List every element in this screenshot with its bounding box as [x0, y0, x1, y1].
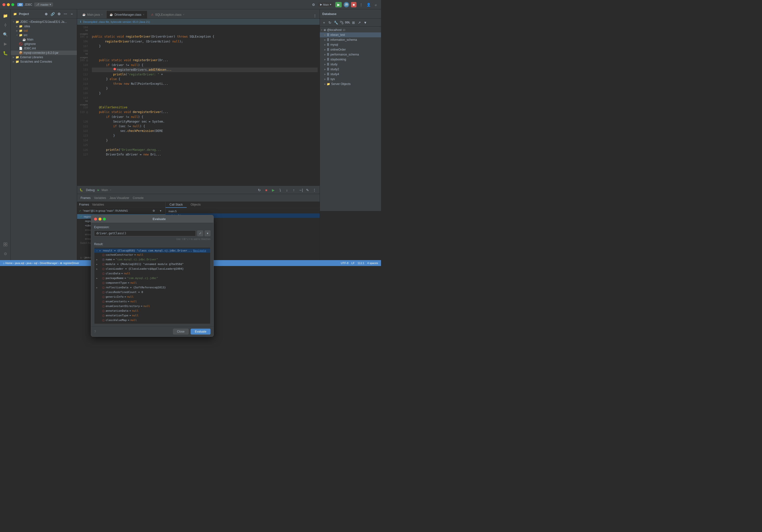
dialog-close-traffic[interactable]	[94, 218, 97, 221]
db-ddl-icon[interactable]: DDL	[345, 20, 350, 25]
expression-input[interactable]	[94, 230, 196, 236]
tab-close-icon[interactable]: ×	[101, 13, 103, 16]
tab-close-icon[interactable]: ×	[183, 13, 185, 16]
main-tab[interactable]: ▶ Main ×	[98, 189, 111, 192]
gear-icon[interactable]: ⚙	[56, 11, 62, 17]
tree-item-external-libs[interactable]: ▶ 📁 External Libraries	[11, 55, 77, 59]
db-item-sys[interactable]: ▶ 🗄 sys	[320, 77, 381, 82]
db-item-onlineorder[interactable]: ▶ 🗄 onlineOrder	[320, 47, 381, 52]
db-item-localhost[interactable]: ▾ 🖥 @localhost 10	[320, 28, 381, 33]
run-button[interactable]: ▶	[335, 2, 342, 7]
user-icon[interactable]: 👤	[366, 2, 371, 7]
objects-tab[interactable]: Objects	[187, 202, 205, 208]
activity-debug-icon[interactable]: 🐛	[1, 49, 10, 57]
step-into-icon[interactable]: ↓	[284, 188, 290, 193]
db-add-icon[interactable]: +	[321, 20, 327, 25]
debug-tab-debug[interactable]: Debug	[85, 189, 96, 192]
maximize-window-btn[interactable]	[11, 3, 14, 6]
history-btn[interactable]: ▾	[205, 230, 210, 236]
result-item-2[interactable]: ▶ ⓕ name = "com.mysql.cj.jdbc.Driver"	[94, 258, 210, 262]
db-schema-icon[interactable]	[339, 20, 344, 25]
evaluate-icon[interactable]: ✎	[305, 188, 310, 193]
db-refresh-icon[interactable]: ↻	[327, 20, 333, 25]
tree-item-gitignore[interactable]: 🚫 .gitignore	[11, 42, 77, 46]
status-indent[interactable]: 4 spaces	[367, 262, 378, 265]
result-tree[interactable]: ▾ ∞ result = {Class@958} "class com.mysq…	[94, 247, 210, 266]
evaluate-dialog[interactable]: Evaluate Expression: ⤢ ▾ Use ⇧⌘⌥= to add…	[91, 215, 214, 266]
dialog-min-traffic[interactable]	[99, 218, 102, 221]
db-item-ebean[interactable]: ▶ 🗄 ebean_test	[320, 33, 381, 37]
tab-close-icon[interactable]: ×	[143, 13, 144, 16]
callstack-item-0[interactable]: main:5	[166, 209, 320, 213]
db-item-study[interactable]: ▶ 🗄 study	[320, 62, 381, 67]
branch-selector[interactable]: ⎇ master ▾	[34, 2, 53, 7]
frames-header-frames[interactable]: Frames	[79, 203, 89, 206]
tab-main-java[interactable]: ☕ Main.java ×	[79, 11, 106, 19]
tree-item-out[interactable]: ▶ 📁 out	[11, 29, 77, 33]
tree-item-mysql-jar[interactable]: 📦 mysql-connector-j-8.2.0.jar	[11, 50, 77, 55]
tree-item-root[interactable]: ▾ 📁 JDBC ~/Desktop/CS/JavaEE/1 Ja...	[11, 20, 77, 24]
frames-header-variables[interactable]: Variables	[92, 203, 104, 206]
more-debug-icon[interactable]: ⋮	[312, 188, 317, 193]
activity-search-icon[interactable]: 🔍	[1, 30, 10, 39]
callstack-tab[interactable]: Call Stack	[166, 202, 187, 208]
close-window-btn[interactable]	[2, 3, 5, 6]
minimize-window-btn[interactable]	[7, 3, 10, 6]
step-over-icon[interactable]: ⤵	[277, 188, 283, 193]
more-tabs-icon[interactable]: ⋮	[312, 13, 318, 19]
result-item-1[interactable]: ⓘ cachedConstructor = null	[94, 253, 210, 258]
tree-item-src[interactable]: ▾ 📁 src	[11, 33, 77, 37]
resume-icon[interactable]: ▶	[270, 188, 276, 193]
console-tab[interactable]: Console	[132, 196, 144, 200]
frames-tab[interactable]: Frames	[80, 196, 92, 200]
more-actions-icon[interactable]: ⋮	[358, 2, 364, 7]
status-line-ending[interactable]: LF	[351, 262, 355, 265]
tree-item-main[interactable]: ☕ Main	[11, 37, 77, 42]
expand-expression-btn[interactable]: ⤢	[197, 230, 203, 236]
activity-project-icon[interactable]: 📁	[1, 11, 10, 20]
result-item-3[interactable]: ▶ ⓘ module = {Module@1011} "unnamed modu…	[94, 262, 210, 266]
dialog-max-traffic[interactable]	[103, 218, 106, 221]
tree-item-idea[interactable]: ▶ 📁 .idea	[11, 24, 77, 29]
tab-drivermanager[interactable]: ☕ DriverManager.class ×	[106, 11, 147, 19]
result-item-root[interactable]: ▾ ∞ result = {Class@958} "class com.mysq…	[94, 249, 210, 253]
db-item-mysql[interactable]: ▶ 🗄 mysql	[320, 42, 381, 47]
db-item-study4[interactable]: ▶ 🗄 study4	[320, 72, 381, 77]
settings-icon[interactable]: ⚙	[311, 2, 316, 7]
db-item-staybooking[interactable]: ▶ 🗄 staybooking	[320, 57, 381, 62]
avatar[interactable]: JD	[343, 2, 349, 7]
variables-tab[interactable]: Variables	[93, 196, 107, 200]
more-icon[interactable]: ⋯	[63, 11, 68, 17]
db-export-icon[interactable]: ↗	[357, 20, 362, 25]
window-controls[interactable]	[2, 3, 14, 6]
step-out-icon[interactable]: ↑	[291, 188, 296, 193]
db-item-study2[interactable]: ▶ 🗄 study2	[320, 67, 381, 72]
link-icon[interactable]: 🔗	[50, 11, 55, 17]
stop-button[interactable]: ■	[351, 2, 356, 7]
chevron-icon[interactable]: ▾	[158, 208, 163, 213]
run-config[interactable]: ▶ Main ▾	[318, 2, 333, 7]
refresh-frames-icon[interactable]: ↻	[257, 188, 262, 193]
visualizer-tab[interactable]: Java Visualizer	[109, 196, 130, 200]
new-item-icon[interactable]: ⊕	[43, 11, 49, 17]
tree-item-scratches[interactable]: ▶ 📁 Scratches and Consoles	[11, 59, 77, 64]
navigate-link[interactable]: Navigate	[193, 249, 206, 252]
db-properties-icon[interactable]: 🔧	[333, 20, 339, 25]
run-to-cursor-icon[interactable]: →|	[298, 188, 303, 193]
collapse-icon[interactable]: −	[69, 11, 74, 17]
status-encoding[interactable]: UTF-8	[341, 262, 348, 265]
db-item-server-objects[interactable]: ▶ 📁 Server Objects	[320, 82, 381, 87]
tab-sqlexception[interactable]: ⚠ SQLException.class ×	[148, 11, 188, 19]
search-icon[interactable]: ⌕	[373, 2, 379, 7]
dialog-traffic-lights[interactable]	[94, 218, 106, 221]
tree-item-iml[interactable]: 📄 JDBC.iml	[11, 46, 77, 50]
db-item-perfschema[interactable]: ▶ 🗄 performance_schema	[320, 52, 381, 57]
close-main-icon[interactable]: ×	[110, 189, 111, 191]
debug-tab-main[interactable]: Main	[101, 189, 109, 192]
db-filter-icon[interactable]: ▼	[362, 20, 368, 25]
activity-plugins-icon[interactable]	[1, 240, 10, 249]
activity-settings-icon[interactable]: ⚙	[1, 249, 10, 258]
activity-commit-icon[interactable]	[1, 21, 10, 30]
code-content[interactable]: public static void registerDriver(Driver…	[90, 25, 320, 186]
activity-run-icon[interactable]: ▶	[1, 39, 10, 48]
